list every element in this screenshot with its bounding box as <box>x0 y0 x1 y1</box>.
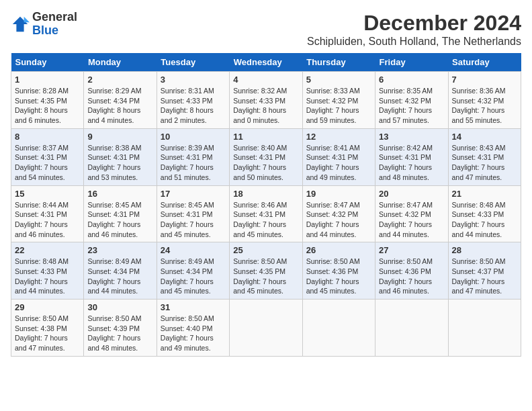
day-number: 9 <box>87 132 152 142</box>
svg-marker-1 <box>24 17 30 22</box>
day-number: 3 <box>161 75 226 85</box>
calendar-cell: 30Sunrise: 8:50 AMSunset: 4:39 PMDayligh… <box>84 300 157 357</box>
day-info: Sunrise: 8:48 AMSunset: 4:33 PMDaylight:… <box>452 200 517 240</box>
day-number: 4 <box>233 75 298 85</box>
calendar-subtitle: Schipluiden, South Holland, The Netherla… <box>307 36 521 48</box>
day-number: 21 <box>452 189 517 199</box>
week-row-1: 1Sunrise: 8:28 AMSunset: 4:35 PMDaylight… <box>11 72 521 129</box>
calendar-cell: 18Sunrise: 8:46 AMSunset: 4:31 PMDayligh… <box>230 185 302 242</box>
calendar-cell: 11Sunrise: 8:40 AMSunset: 4:31 PMDayligh… <box>230 128 302 185</box>
day-info: Sunrise: 8:28 AMSunset: 4:35 PMDaylight:… <box>15 86 80 126</box>
day-info: Sunrise: 8:50 AMSunset: 4:39 PMDaylight:… <box>87 314 152 353</box>
calendar-cell: 20Sunrise: 8:47 AMSunset: 4:32 PMDayligh… <box>375 185 448 242</box>
days-header-row: SundayMondayTuesdayWednesdayThursdayFrid… <box>11 53 521 72</box>
calendar-cell: 23Sunrise: 8:49 AMSunset: 4:34 PMDayligh… <box>84 242 157 300</box>
calendar-cell: 12Sunrise: 8:41 AMSunset: 4:31 PMDayligh… <box>302 128 375 185</box>
calendar-cell: 10Sunrise: 8:39 AMSunset: 4:31 PMDayligh… <box>157 128 229 185</box>
logo-general: General <box>32 10 77 24</box>
day-info: Sunrise: 8:35 AMSunset: 4:32 PMDaylight:… <box>379 86 444 126</box>
logo-text: General Blue <box>32 11 77 38</box>
day-info: Sunrise: 8:49 AMSunset: 4:34 PMDaylight:… <box>161 257 226 296</box>
day-info: Sunrise: 8:50 AMSunset: 4:37 PMDaylight:… <box>452 257 517 296</box>
calendar-cell: 14Sunrise: 8:43 AMSunset: 4:31 PMDayligh… <box>448 128 521 185</box>
day-info: Sunrise: 8:39 AMSunset: 4:31 PMDaylight:… <box>161 143 226 183</box>
calendar-cell: 1Sunrise: 8:28 AMSunset: 4:35 PMDaylight… <box>11 72 84 129</box>
day-info: Sunrise: 8:50 AMSunset: 4:36 PMDaylight:… <box>379 257 444 296</box>
day-info: Sunrise: 8:46 AMSunset: 4:31 PMDaylight:… <box>233 200 298 240</box>
calendar-cell: 7Sunrise: 8:36 AMSunset: 4:32 PMDaylight… <box>448 72 521 129</box>
day-number: 25 <box>233 245 298 255</box>
day-info: Sunrise: 8:44 AMSunset: 4:31 PMDaylight:… <box>15 200 80 240</box>
day-info: Sunrise: 8:32 AMSunset: 4:33 PMDaylight:… <box>233 86 298 126</box>
day-info: Sunrise: 8:50 AMSunset: 4:40 PMDaylight:… <box>161 314 226 353</box>
day-number: 1 <box>15 75 80 85</box>
calendar-cell: 29Sunrise: 8:50 AMSunset: 4:38 PMDayligh… <box>11 300 84 357</box>
day-info: Sunrise: 8:33 AMSunset: 4:32 PMDaylight:… <box>306 86 371 126</box>
calendar-cell: 24Sunrise: 8:49 AMSunset: 4:34 PMDayligh… <box>157 242 229 300</box>
calendar-cell: 15Sunrise: 8:44 AMSunset: 4:31 PMDayligh… <box>11 185 84 242</box>
day-info: Sunrise: 8:50 AMSunset: 4:38 PMDaylight:… <box>15 314 80 353</box>
calendar-cell: 22Sunrise: 8:48 AMSunset: 4:33 PMDayligh… <box>11 242 84 300</box>
day-number: 15 <box>15 189 80 199</box>
day-header-saturday: Saturday <box>448 53 521 72</box>
day-header-tuesday: Tuesday <box>157 53 229 72</box>
day-number: 6 <box>379 75 444 85</box>
header: General Blue December 2024 Schipluiden, … <box>11 11 521 48</box>
calendar-cell: 6Sunrise: 8:35 AMSunset: 4:32 PMDaylight… <box>375 72 448 129</box>
calendar-cell: 2Sunrise: 8:29 AMSunset: 4:34 PMDaylight… <box>84 72 157 129</box>
day-header-friday: Friday <box>375 53 448 72</box>
day-info: Sunrise: 8:45 AMSunset: 4:31 PMDaylight:… <box>161 200 226 240</box>
calendar-cell <box>448 300 521 357</box>
day-number: 27 <box>379 245 444 255</box>
day-info: Sunrise: 8:48 AMSunset: 4:33 PMDaylight:… <box>15 257 80 296</box>
day-number: 2 <box>87 75 152 85</box>
day-number: 19 <box>306 189 371 199</box>
day-info: Sunrise: 8:50 AMSunset: 4:35 PMDaylight:… <box>233 257 298 296</box>
day-info: Sunrise: 8:50 AMSunset: 4:36 PMDaylight:… <box>306 257 371 296</box>
day-header-sunday: Sunday <box>11 53 84 72</box>
day-number: 20 <box>379 189 444 199</box>
day-info: Sunrise: 8:43 AMSunset: 4:31 PMDaylight:… <box>452 143 517 183</box>
day-info: Sunrise: 8:36 AMSunset: 4:32 PMDaylight:… <box>452 86 517 126</box>
week-row-4: 22Sunrise: 8:48 AMSunset: 4:33 PMDayligh… <box>11 242 521 300</box>
calendar-cell: 26Sunrise: 8:50 AMSunset: 4:36 PMDayligh… <box>302 242 375 300</box>
day-info: Sunrise: 8:31 AMSunset: 4:33 PMDaylight:… <box>161 86 226 126</box>
title-area: December 2024 Schipluiden, South Holland… <box>307 11 521 48</box>
calendar-cell <box>375 300 448 357</box>
day-info: Sunrise: 8:47 AMSunset: 4:32 PMDaylight:… <box>379 200 444 240</box>
calendar-title: December 2024 <box>307 11 521 36</box>
calendar-cell: 31Sunrise: 8:50 AMSunset: 4:40 PMDayligh… <box>157 300 229 357</box>
calendar-cell: 3Sunrise: 8:31 AMSunset: 4:33 PMDaylight… <box>157 72 229 129</box>
day-info: Sunrise: 8:38 AMSunset: 4:31 PMDaylight:… <box>87 143 152 183</box>
logo-icon <box>11 15 30 34</box>
calendar-cell: 5Sunrise: 8:33 AMSunset: 4:32 PMDaylight… <box>302 72 375 129</box>
day-number: 5 <box>306 75 371 85</box>
day-info: Sunrise: 8:45 AMSunset: 4:31 PMDaylight:… <box>87 200 152 240</box>
day-info: Sunrise: 8:37 AMSunset: 4:31 PMDaylight:… <box>15 143 80 183</box>
day-header-thursday: Thursday <box>302 53 375 72</box>
day-number: 24 <box>161 245 226 255</box>
day-info: Sunrise: 8:40 AMSunset: 4:31 PMDaylight:… <box>233 143 298 183</box>
calendar-cell <box>302 300 375 357</box>
day-header-monday: Monday <box>84 53 157 72</box>
calendar-cell: 19Sunrise: 8:47 AMSunset: 4:32 PMDayligh… <box>302 185 375 242</box>
logo-blue: Blue <box>32 24 58 37</box>
day-info: Sunrise: 8:41 AMSunset: 4:31 PMDaylight:… <box>306 143 371 183</box>
day-number: 14 <box>452 132 517 142</box>
day-info: Sunrise: 8:29 AMSunset: 4:34 PMDaylight:… <box>87 86 152 126</box>
calendar-cell: 16Sunrise: 8:45 AMSunset: 4:31 PMDayligh… <box>84 185 157 242</box>
calendar-cell: 25Sunrise: 8:50 AMSunset: 4:35 PMDayligh… <box>230 242 302 300</box>
day-number: 31 <box>161 302 226 312</box>
calendar-cell: 27Sunrise: 8:50 AMSunset: 4:36 PMDayligh… <box>375 242 448 300</box>
logo: General Blue <box>11 11 77 38</box>
calendar-table: SundayMondayTuesdayWednesdayThursdayFrid… <box>11 53 521 357</box>
day-number: 11 <box>233 132 298 142</box>
day-number: 22 <box>15 245 80 255</box>
day-number: 29 <box>15 302 80 312</box>
day-info: Sunrise: 8:49 AMSunset: 4:34 PMDaylight:… <box>87 257 152 296</box>
day-info: Sunrise: 8:42 AMSunset: 4:31 PMDaylight:… <box>379 143 444 183</box>
day-number: 28 <box>452 245 517 255</box>
day-header-wednesday: Wednesday <box>230 53 302 72</box>
day-number: 10 <box>161 132 226 142</box>
day-number: 12 <box>306 132 371 142</box>
